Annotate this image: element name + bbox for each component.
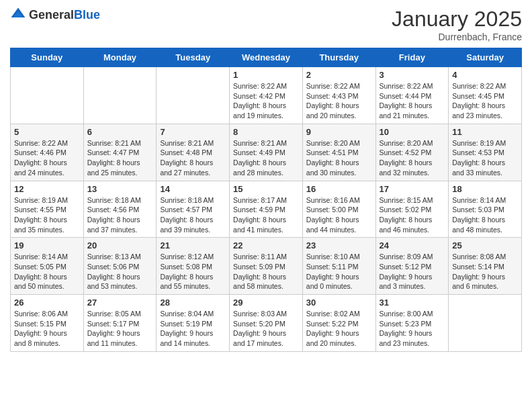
calendar-cell: 12Sunrise: 8:19 AMSunset: 4:55 PMDayligh… — [11, 181, 84, 238]
calendar-cell: 30Sunrise: 8:02 AMSunset: 5:22 PMDayligh… — [302, 295, 375, 352]
calendar-week-row: 26Sunrise: 8:06 AMSunset: 5:15 PMDayligh… — [11, 295, 522, 352]
calendar-cell: 26Sunrise: 8:06 AMSunset: 5:15 PMDayligh… — [11, 295, 84, 352]
weekday-header-sunday: Sunday — [11, 48, 84, 67]
weekday-header-saturday: Saturday — [449, 48, 522, 67]
day-info: Sunrise: 8:19 AMSunset: 4:55 PMDaylight:… — [14, 195, 80, 235]
logo: GeneralBlue — [10, 7, 100, 23]
day-info: Sunrise: 8:21 AMSunset: 4:48 PMDaylight:… — [160, 138, 226, 178]
calendar-cell: 21Sunrise: 8:12 AMSunset: 5:08 PMDayligh… — [157, 238, 230, 295]
day-number: 22 — [233, 240, 299, 250]
calendar-cell: 15Sunrise: 8:17 AMSunset: 4:59 PMDayligh… — [230, 181, 303, 238]
calendar-cell: 7Sunrise: 8:21 AMSunset: 4:48 PMDaylight… — [157, 124, 230, 181]
day-number: 9 — [306, 127, 372, 137]
day-info: Sunrise: 8:19 AMSunset: 4:53 PMDaylight:… — [452, 138, 518, 178]
day-info: Sunrise: 8:20 AMSunset: 4:51 PMDaylight:… — [306, 138, 372, 178]
day-number: 11 — [452, 127, 518, 137]
calendar-cell: 24Sunrise: 8:09 AMSunset: 5:12 PMDayligh… — [375, 238, 449, 295]
day-info: Sunrise: 8:04 AMSunset: 5:19 PMDaylight:… — [160, 309, 226, 349]
calendar-cell: 9Sunrise: 8:20 AMSunset: 4:51 PMDaylight… — [302, 124, 375, 181]
day-info: Sunrise: 8:21 AMSunset: 4:49 PMDaylight:… — [233, 138, 299, 178]
calendar-cell: 25Sunrise: 8:08 AMSunset: 5:14 PMDayligh… — [449, 238, 522, 295]
calendar-cell: 1Sunrise: 8:22 AMSunset: 4:42 PMDaylight… — [230, 67, 303, 124]
day-number: 16 — [306, 184, 372, 194]
calendar-table: SundayMondayTuesdayWednesdayThursdayFrid… — [10, 48, 522, 352]
day-number: 14 — [160, 184, 226, 194]
day-number: 10 — [380, 127, 445, 137]
day-number: 31 — [380, 298, 445, 308]
weekday-header-friday: Friday — [375, 48, 449, 67]
calendar-week-row: 5Sunrise: 8:22 AMSunset: 4:46 PMDaylight… — [11, 124, 522, 181]
day-info: Sunrise: 8:11 AMSunset: 5:09 PMDaylight:… — [233, 252, 299, 291]
calendar-cell: 29Sunrise: 8:03 AMSunset: 5:20 PMDayligh… — [230, 295, 303, 352]
day-info: Sunrise: 8:22 AMSunset: 4:43 PMDaylight:… — [306, 81, 372, 121]
calendar-cell — [157, 67, 230, 124]
day-number: 30 — [306, 298, 372, 308]
calendar-cell: 17Sunrise: 8:15 AMSunset: 5:02 PMDayligh… — [375, 181, 449, 238]
day-info: Sunrise: 8:05 AMSunset: 5:17 PMDaylight:… — [87, 309, 153, 349]
calendar-cell: 11Sunrise: 8:19 AMSunset: 4:53 PMDayligh… — [449, 124, 522, 181]
day-number: 23 — [306, 240, 372, 250]
title-block: January 2025 Durrenbach, France — [392, 7, 522, 42]
calendar-cell: 28Sunrise: 8:04 AMSunset: 5:19 PMDayligh… — [157, 295, 230, 352]
day-number: 15 — [233, 184, 299, 194]
day-info: Sunrise: 8:16 AMSunset: 5:00 PMDaylight:… — [306, 195, 372, 235]
calendar-week-row: 1Sunrise: 8:22 AMSunset: 4:42 PMDaylight… — [11, 67, 522, 124]
day-info: Sunrise: 8:09 AMSunset: 5:12 PMDaylight:… — [380, 252, 445, 291]
calendar-cell: 5Sunrise: 8:22 AMSunset: 4:46 PMDaylight… — [11, 124, 84, 181]
day-number: 27 — [87, 298, 153, 308]
day-number: 20 — [87, 240, 153, 250]
day-info: Sunrise: 8:18 AMSunset: 4:56 PMDaylight:… — [87, 195, 153, 235]
day-info: Sunrise: 8:06 AMSunset: 5:15 PMDaylight:… — [14, 309, 80, 349]
calendar-cell — [83, 67, 157, 124]
logo-blue-text: Blue — [74, 8, 100, 21]
calendar-cell: 3Sunrise: 8:22 AMSunset: 4:44 PMDaylight… — [375, 67, 449, 124]
calendar-cell: 4Sunrise: 8:22 AMSunset: 4:45 PMDaylight… — [449, 67, 522, 124]
day-info: Sunrise: 8:03 AMSunset: 5:20 PMDaylight:… — [233, 309, 299, 349]
day-info: Sunrise: 8:13 AMSunset: 5:06 PMDaylight:… — [87, 252, 153, 291]
day-number: 8 — [233, 127, 299, 137]
calendar-cell: 22Sunrise: 8:11 AMSunset: 5:09 PMDayligh… — [230, 238, 303, 295]
day-number: 25 — [452, 240, 518, 250]
day-info: Sunrise: 8:17 AMSunset: 4:59 PMDaylight:… — [233, 195, 299, 235]
day-number: 24 — [380, 240, 445, 250]
calendar-cell: 10Sunrise: 8:20 AMSunset: 4:52 PMDayligh… — [375, 124, 449, 181]
day-info: Sunrise: 8:21 AMSunset: 4:47 PMDaylight:… — [87, 138, 153, 178]
day-number: 4 — [452, 70, 518, 80]
calendar-cell: 8Sunrise: 8:21 AMSunset: 4:49 PMDaylight… — [230, 124, 303, 181]
day-number: 6 — [87, 127, 153, 137]
calendar-cell: 20Sunrise: 8:13 AMSunset: 5:06 PMDayligh… — [83, 238, 157, 295]
day-info: Sunrise: 8:22 AMSunset: 4:44 PMDaylight:… — [380, 81, 445, 121]
weekday-header-wednesday: Wednesday — [230, 48, 303, 67]
calendar-cell: 23Sunrise: 8:10 AMSunset: 5:11 PMDayligh… — [302, 238, 375, 295]
day-number: 26 — [14, 298, 80, 308]
weekday-header-tuesday: Tuesday — [157, 48, 230, 67]
day-info: Sunrise: 8:15 AMSunset: 5:02 PMDaylight:… — [380, 195, 445, 235]
calendar-cell: 19Sunrise: 8:14 AMSunset: 5:05 PMDayligh… — [11, 238, 84, 295]
day-number: 18 — [452, 184, 518, 194]
day-info: Sunrise: 8:14 AMSunset: 5:05 PMDaylight:… — [14, 252, 80, 291]
day-info: Sunrise: 8:22 AMSunset: 4:46 PMDaylight:… — [14, 138, 80, 178]
day-number: 19 — [14, 240, 80, 250]
calendar-cell: 6Sunrise: 8:21 AMSunset: 4:47 PMDaylight… — [83, 124, 157, 181]
day-info: Sunrise: 8:22 AMSunset: 4:45 PMDaylight:… — [452, 81, 518, 121]
day-info: Sunrise: 8:22 AMSunset: 4:42 PMDaylight:… — [233, 81, 299, 121]
calendar-cell: 27Sunrise: 8:05 AMSunset: 5:17 PMDayligh… — [83, 295, 157, 352]
weekday-header-thursday: Thursday — [302, 48, 375, 67]
day-number: 12 — [14, 184, 80, 194]
day-number: 1 — [233, 70, 299, 80]
day-info: Sunrise: 8:00 AMSunset: 5:23 PMDaylight:… — [380, 309, 445, 349]
calendar-cell — [11, 67, 84, 124]
day-number: 21 — [160, 240, 226, 250]
logo-general-text: General — [29, 8, 74, 21]
page-header: GeneralBlue January 2025 Durrenbach, Fra… — [10, 7, 522, 42]
day-number: 7 — [160, 127, 226, 137]
calendar-cell: 16Sunrise: 8:16 AMSunset: 5:00 PMDayligh… — [302, 181, 375, 238]
calendar-week-row: 12Sunrise: 8:19 AMSunset: 4:55 PMDayligh… — [11, 181, 522, 238]
location-label: Durrenbach, France — [392, 32, 522, 42]
day-number: 5 — [14, 127, 80, 137]
day-info: Sunrise: 8:10 AMSunset: 5:11 PMDaylight:… — [306, 252, 372, 291]
calendar-week-row: 19Sunrise: 8:14 AMSunset: 5:05 PMDayligh… — [11, 238, 522, 295]
day-number: 28 — [160, 298, 226, 308]
day-number: 2 — [306, 70, 372, 80]
day-info: Sunrise: 8:20 AMSunset: 4:52 PMDaylight:… — [380, 138, 445, 178]
